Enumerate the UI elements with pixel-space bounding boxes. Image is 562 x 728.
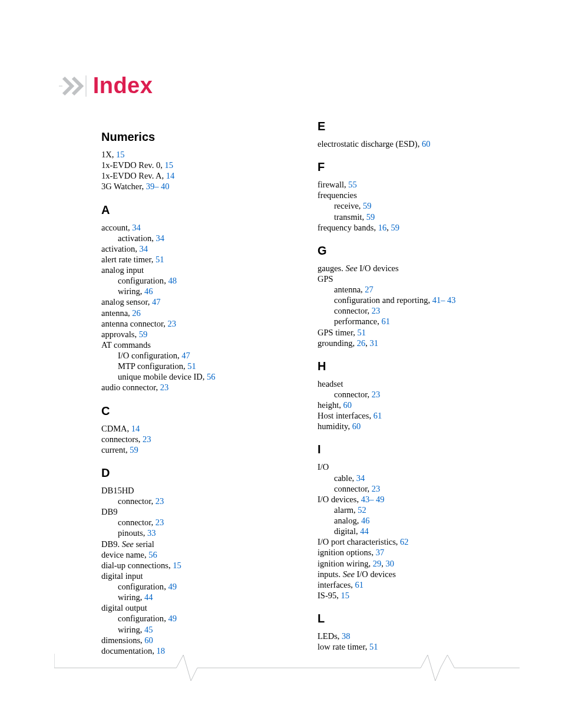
index-page-link[interactable]: 41– 43 [432,295,456,305]
index-page-link[interactable]: 14 [131,424,140,433]
index-page-link[interactable]: 49 [168,582,177,591]
index-page-link[interactable]: 29 [373,559,382,568]
index-page-link[interactable]: 39– 40 [146,182,170,191]
index-page-link[interactable]: 15 [164,160,173,170]
index-page-link[interactable]: 47 [152,297,161,307]
index-page-link[interactable]: 49 [168,614,177,623]
index-page-link[interactable]: 23 [156,518,164,527]
index-page-link[interactable]: 38 [342,631,351,641]
index-page-link[interactable]: 59 [130,445,138,454]
index-page-link[interactable]: 60 [144,635,153,645]
index-page-link[interactable]: 23 [160,383,169,392]
index-page-link[interactable]: 51 [369,642,378,651]
index-page-link[interactable]: 60 [422,139,431,149]
index-page-link[interactable]: 59 [363,201,372,210]
index-page-link[interactable]: 52 [358,505,366,515]
index-page-link[interactable]: 15 [116,150,125,159]
index-section: II/Ocable, 34connector, 23I/O devices, 4… [318,442,509,601]
index-page-link[interactable]: 43– 49 [361,495,385,504]
index-page-link[interactable]: 60 [352,421,361,431]
index-page-link[interactable]: 23 [156,496,164,506]
entry-list: account, 34activation, 34activation, 34a… [101,222,293,393]
index-term: activation [101,244,135,253]
index-page-link[interactable]: 31 [370,338,379,348]
index-page-link[interactable]: 44 [360,526,369,536]
index-page-link[interactable]: 62 [400,537,409,546]
index-page-link[interactable]: 56 [148,550,157,559]
section-heading: D [101,466,293,480]
index-page-link[interactable]: 44 [144,592,153,602]
index-page-link[interactable]: 15 [340,591,349,600]
index-page-link[interactable]: 34 [156,233,164,243]
index-page-link[interactable]: 59 [391,223,399,232]
index-page-link[interactable]: 26 [132,308,141,318]
index-page-link[interactable]: 33 [147,528,156,538]
see-label: See [122,539,134,549]
index-page-link[interactable]: 61 [382,317,391,326]
index-page-link[interactable]: 48 [168,276,177,285]
index-page-link[interactable]: 16 [378,223,387,232]
index-page-link[interactable]: 37 [376,548,385,557]
index-term: 3G Watcher [101,182,141,191]
index-page-link[interactable]: 27 [365,285,373,294]
index-page-link[interactable]: 34 [139,244,148,253]
index-entry: dial-up connections, 15 [101,560,293,571]
index-entry: connector, 23 [318,389,509,400]
index-page-link[interactable]: 26 [357,338,366,348]
index-page-link[interactable]: 23 [372,306,381,315]
footer-decorative-rule [54,654,520,682]
index-page-link[interactable]: 56 [207,372,216,381]
index-page-link[interactable]: 46 [144,286,153,296]
index-term: Host interfaces [318,411,369,420]
index-term: 1x-EVDO Rev. A [101,171,162,180]
index-page-link[interactable]: 55 [348,180,357,189]
index-page-link[interactable]: 15 [173,561,181,570]
see-label: See [343,569,355,579]
index-section: Hheadsetconnector, 23height, 60Host inte… [318,359,509,432]
index-page-link[interactable]: 23 [143,434,151,444]
see-target: I/O devices [356,569,395,579]
index-page-link[interactable]: 59 [366,212,375,222]
section-heading: L [318,611,509,626]
index-page-link[interactable]: 51 [156,255,164,264]
index-entry: digital, 44 [318,526,509,536]
index-term: configuration [118,276,164,285]
index-page-link[interactable]: 51 [358,328,366,337]
index-page-link[interactable]: 51 [187,361,196,371]
index-page-link[interactable]: 14 [166,171,175,180]
index-page-link[interactable]: 23 [372,390,381,399]
index-term: wiring [118,625,140,634]
index-term: humidity [318,421,348,431]
index-term: interfaces [318,580,351,589]
index-page-link[interactable]: 23 [168,319,177,328]
index-page-link[interactable]: 30 [386,559,395,568]
index-term: activation [118,233,151,243]
index-page-link[interactable]: 45 [144,625,153,634]
index-term: connector [118,496,151,506]
index-page-link[interactable]: 46 [361,516,370,525]
index-page-link[interactable]: 59 [139,330,148,339]
index-entry: DB9. See serial [101,539,293,549]
index-term: DB9 [101,507,117,516]
index-page-link[interactable]: 47 [181,351,190,360]
index-page-link[interactable]: 23 [372,484,381,493]
index-entry: connector, 23 [101,496,293,506]
index-page-link[interactable]: 61 [355,580,364,589]
index-term: connector [334,390,368,399]
index-page-link[interactable]: 61 [373,411,382,420]
index-entry: frequencies [318,190,509,200]
see-target: serial [135,539,154,549]
index-entry: configuration, 49 [101,581,293,592]
index-term: I/O [318,462,329,472]
index-page-link[interactable]: 34 [132,223,141,232]
see-label: See [346,263,358,273]
index-term: unique mobile device ID [118,372,203,381]
index-entry: antenna, 27 [318,284,509,295]
index-entry: headset [318,378,509,389]
index-entry: audio connector, 23 [101,382,293,393]
entry-list: electrostatic discharge (ESD), 60 [318,139,509,149]
index-page-link[interactable]: 60 [343,400,352,410]
index-entry: GPS [318,274,509,284]
index-page-link[interactable]: 34 [356,473,365,483]
index-entry: activation, 34 [101,243,293,254]
